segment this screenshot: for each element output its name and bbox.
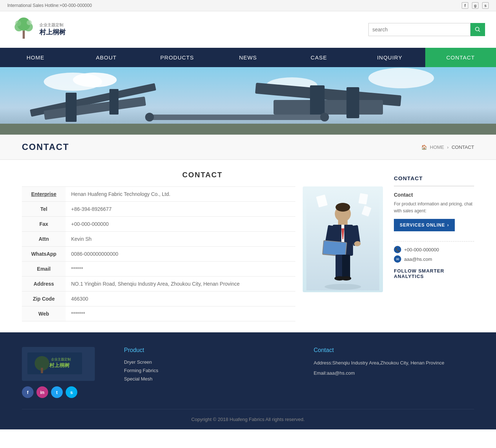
svg-rect-21	[146, 115, 328, 120]
table-row: Zip Code466300	[22, 291, 295, 306]
table-row: WhatsApp0086-000000000000	[22, 247, 295, 262]
contact-value-8: *******	[66, 306, 295, 321]
services-online-button[interactable]: SERVICES ONLINE ›	[394, 219, 455, 231]
sidebar-contact-subtitle: Contact	[394, 192, 474, 198]
contact-value-0: Henan Huafeng Fabric Technology Co., Ltd…	[66, 187, 295, 202]
search-icon	[475, 27, 481, 32]
svg-rect-18	[274, 100, 383, 115]
sidebar-email: aaa@hs.com	[404, 256, 432, 262]
breadcrumb-home[interactable]: HOME	[430, 144, 444, 150]
footer-instagram-icon[interactable]: in	[36, 386, 48, 398]
svg-rect-49	[41, 368, 43, 373]
table-row: AddressNO.1 Yingbin Road, Shenqiu Indust…	[22, 277, 295, 291]
sidebar-email-row: ✉ aaa@hs.com	[394, 255, 474, 263]
nav-item-news[interactable]: NEWS	[213, 48, 283, 67]
footer-facebook-icon[interactable]: f	[22, 386, 34, 398]
svg-point-12	[368, 68, 434, 88]
contact-main: CONTACT EnterpriseHenan Huafeng Fabric T…	[22, 171, 383, 321]
footer-product-title: Product	[124, 347, 284, 354]
footer-logo-svg: 企业主题定制 村上桐树	[27, 352, 82, 374]
svg-rect-15	[66, 93, 77, 122]
sidebar: CONTACT Contact For product information …	[394, 171, 474, 321]
svg-rect-20	[346, 87, 359, 118]
nav-item-contact[interactable]: CONTACT	[425, 48, 496, 67]
contact-label-0: Enterprise	[22, 187, 66, 202]
contact-value-2: +00-000-000000	[66, 217, 295, 232]
table-row: Web*******	[22, 306, 295, 321]
footer: 企业主题定制 村上桐树 f in t s Product Dryer Scree…	[0, 332, 496, 429]
table-row: EnterpriseHenan Huafeng Fabric Technolog…	[22, 187, 295, 202]
svg-text:村上桐树: 村上桐树	[49, 362, 70, 368]
svg-line-7	[479, 31, 480, 32]
hotline-text: International Sales Hotline:+00-000-0000…	[7, 3, 92, 8]
contact-main-title: CONTACT	[22, 171, 383, 179]
hero-banner	[0, 67, 496, 135]
header: 企业主题定制 村上桐树	[0, 11, 496, 48]
breadcrumb: 🏠 HOME › CONTACT	[421, 144, 474, 150]
search-box	[368, 23, 485, 36]
page-title: CONTACT	[22, 142, 69, 152]
svg-rect-40	[323, 241, 346, 255]
footer-contact-title: Contact	[314, 347, 474, 354]
contact-label-5: Email	[22, 262, 66, 277]
chevron-right-icon: ›	[447, 223, 449, 228]
nav-item-products[interactable]: PRODUCTS	[142, 48, 213, 67]
footer-logo-area: 企业主题定制 村上桐树 f in t s	[22, 347, 95, 398]
sidebar-contact-title: CONTACT	[394, 171, 474, 186]
contact-table: EnterpriseHenan Huafeng Fabric Technolog…	[22, 186, 295, 321]
contact-label-2: Fax	[22, 217, 66, 232]
table-row: Email******	[22, 262, 295, 277]
search-input[interactable]	[368, 23, 470, 36]
footer-email: Email:aaa@hs.com	[314, 370, 474, 377]
footer-twitter-icon[interactable]: t	[51, 386, 63, 398]
svg-rect-30	[338, 220, 348, 225]
footer-contact-col: Contact Address:Shenqiu Industry Area,Zh…	[314, 347, 474, 398]
facebook-icon-top[interactable]: f	[462, 2, 468, 9]
google-icon-top[interactable]: g	[472, 2, 478, 9]
breadcrumb-section: CONTACT 🏠 HOME › CONTACT	[0, 135, 496, 160]
contact-label-7: Zip Code	[22, 291, 66, 306]
navigation: HOME ABOUT PRODUCTS NEWS CASE INQUIRY CO…	[0, 48, 496, 67]
skype-icon-top[interactable]: s	[482, 2, 489, 9]
footer-copyright: Copyright © 2018 Huafeng Fabrics All rig…	[22, 409, 474, 422]
contact-value-6: NO.1 Yingbin Road, Shenqiu Industry Area…	[66, 277, 295, 291]
sidebar-divider	[394, 241, 474, 242]
sidebar-phone: +00-000-000000	[404, 247, 439, 252]
contact-value-3: Kevin Sh	[66, 232, 295, 247]
svg-point-23	[320, 113, 329, 121]
main-content: CONTACT EnterpriseHenan Huafeng Fabric T…	[0, 160, 496, 332]
breadcrumb-current: CONTACT	[452, 144, 474, 150]
hero-machinery	[0, 67, 496, 135]
footer-product: Product Dryer Screen Forming Fabrics Spe…	[124, 347, 284, 398]
topbar-social: f g s	[462, 2, 489, 9]
search-button[interactable]	[470, 23, 485, 36]
person-svg	[306, 188, 379, 290]
contact-label-4: WhatsApp	[22, 247, 66, 262]
email-icon: ✉	[394, 255, 401, 263]
nav-item-case[interactable]: CASE	[283, 48, 354, 67]
contact-label-1: Tel	[22, 202, 66, 217]
svg-point-22	[145, 113, 154, 121]
svg-point-31	[336, 203, 350, 212]
contact-label-6: Address	[22, 277, 66, 291]
contact-value-5: ******	[66, 262, 295, 277]
table-row: Fax+00-000-000000	[22, 217, 295, 232]
hero-svg	[0, 67, 496, 135]
nav-item-home[interactable]: HOME	[0, 48, 71, 67]
svg-rect-16	[109, 89, 119, 115]
logo-text: 企业主题定制 村上桐树	[39, 22, 66, 37]
contact-label-8: Web	[22, 306, 66, 321]
nav-item-about[interactable]: ABOUT	[71, 48, 142, 67]
svg-text:企业主题定制: 企业主题定制	[51, 358, 71, 361]
footer-link-forming-fabrics[interactable]: Forming Fabrics	[124, 368, 284, 373]
footer-skype-icon[interactable]: s	[66, 386, 77, 398]
sidebar-analytics-title: FOLLOW SMARTER ANALYTICS	[394, 268, 474, 279]
logo[interactable]: 企业主题定制 村上桐树	[11, 17, 66, 42]
phone-icon: 📞	[394, 246, 401, 253]
footer-link-dryer-screen[interactable]: Dryer Screen	[124, 359, 284, 365]
footer-link-special-mesh[interactable]: Special Mesh	[124, 376, 284, 382]
nav-item-inquiry[interactable]: INQUIRY	[354, 48, 425, 67]
contact-value-4: 0086-000000000000	[66, 247, 295, 262]
svg-rect-3	[23, 31, 25, 39]
svg-point-45	[325, 284, 361, 290]
